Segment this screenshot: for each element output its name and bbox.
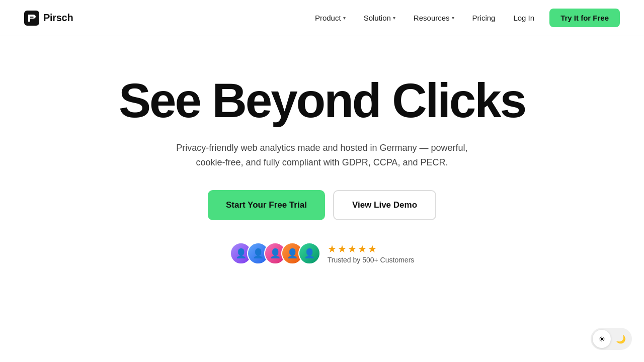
try-free-button[interactable]: Try It for Free bbox=[549, 9, 620, 27]
chevron-down-icon: ▾ bbox=[343, 15, 346, 21]
dark-mode-button[interactable]: 🌙 bbox=[612, 330, 630, 348]
nav-item-solution[interactable]: Solution ▾ bbox=[357, 10, 403, 26]
chevron-down-icon: ▾ bbox=[452, 15, 454, 21]
brand-name: Pirsch bbox=[43, 12, 73, 24]
nav-item-pricing[interactable]: Pricing bbox=[465, 10, 503, 26]
social-proof: 👤 👤 👤 👤 👤 ★★★★★ Trusted by 500+ Customer… bbox=[230, 242, 415, 264]
avatar-stack: 👤 👤 👤 👤 👤 bbox=[230, 242, 320, 264]
trusted-label: Trusted by 500+ Customers bbox=[328, 256, 415, 264]
hero-section: See Beyond Clicks Privacy-friendly web a… bbox=[0, 36, 644, 264]
logo[interactable]: Pirsch bbox=[24, 11, 73, 26]
hero-cta-buttons: Start Your Free Trial View Live Demo bbox=[208, 190, 436, 220]
logo-icon bbox=[24, 11, 39, 26]
social-text: ★★★★★ Trusted by 500+ Customers bbox=[328, 243, 415, 264]
nav-item-resources[interactable]: Resources ▾ bbox=[407, 10, 461, 26]
view-demo-button[interactable]: View Live Demo bbox=[333, 190, 436, 220]
nav-links: Product ▾ Solution ▾ Resources ▾ Pricing… bbox=[308, 9, 620, 27]
moon-icon: 🌙 bbox=[616, 334, 626, 344]
star-rating: ★★★★★ bbox=[328, 243, 378, 255]
navbar: Pirsch Product ▾ Solution ▾ Resources ▾ … bbox=[0, 0, 644, 36]
nav-item-product[interactable]: Product ▾ bbox=[308, 10, 353, 26]
hero-title: See Beyond Clicks bbox=[119, 76, 525, 125]
light-mode-button[interactable]: ☀ bbox=[593, 330, 611, 348]
hero-subtitle: Privacy-friendly web analytics made and … bbox=[171, 141, 473, 170]
theme-toggle: ☀ 🌙 bbox=[591, 328, 632, 350]
sun-icon: ☀ bbox=[598, 334, 605, 344]
chevron-down-icon: ▾ bbox=[393, 15, 395, 21]
start-trial-button[interactable]: Start Your Free Trial bbox=[208, 190, 325, 220]
login-link[interactable]: Log In bbox=[506, 10, 541, 26]
avatar: 👤 bbox=[298, 242, 320, 264]
